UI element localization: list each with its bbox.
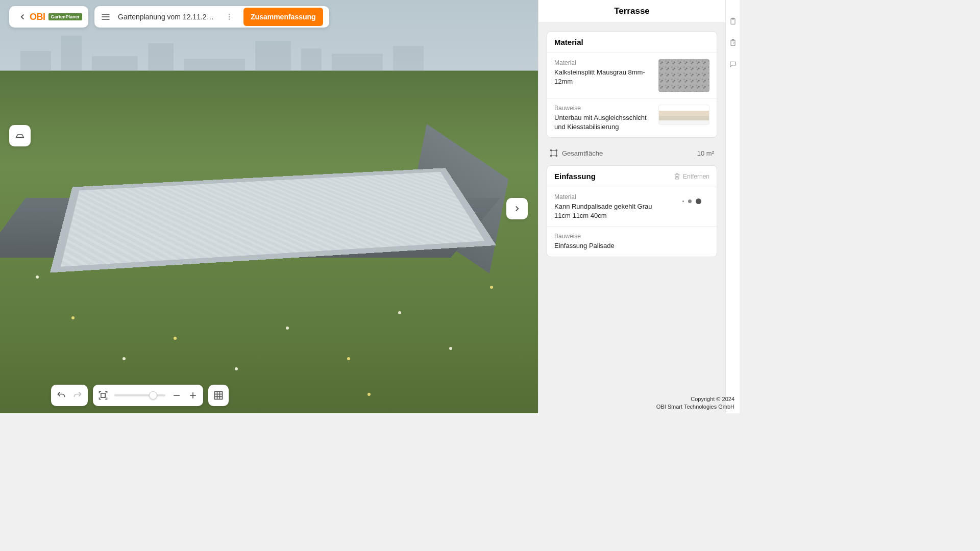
einfassung-card: Einfassung Entfernen Material Kann Rundp…	[547, 165, 717, 257]
project-options-button[interactable]	[222, 13, 236, 21]
icon-rail	[725, 0, 740, 413]
einfassung-thumbnail	[674, 193, 709, 209]
material-label: Material	[554, 59, 652, 66]
skyline-decor	[0, 31, 538, 71]
einfassung-bauweise-value: Einfassung Palisade	[554, 241, 709, 251]
material-thumbnail	[658, 59, 709, 92]
rail-clipboard-icon[interactable]	[729, 17, 737, 26]
einfassung-material-row[interactable]: Material Kann Rundpalisade gekehlt Grau …	[547, 187, 717, 227]
bauweise-thumbnail	[658, 105, 709, 125]
area-row: Gesamtfläche 10 m²	[538, 146, 725, 157]
area-value: 10 m²	[697, 149, 714, 157]
material-row[interactable]: Material Kalksteinsplitt Mausgrau 8mm-12…	[547, 53, 717, 98]
area-label: Gesamtfläche	[562, 149, 603, 157]
next-button[interactable]	[506, 198, 528, 219]
svg-point-3	[229, 14, 230, 15]
einfassung-material-label: Material	[554, 193, 668, 201]
logo-planner-badge: GartenPlaner	[48, 13, 83, 20]
einfassung-material-value: Kann Rundpalisade gekehlt Grau 11cm 11cm…	[554, 202, 668, 220]
svg-point-18	[556, 149, 557, 151]
grid-toggle-button[interactable]	[213, 390, 224, 400]
viewport-3d[interactable]	[0, 0, 538, 413]
svg-point-20	[556, 155, 557, 157]
svg-rect-7	[101, 393, 105, 397]
material-card: Material Material Kalksteinsplitt Mausgr…	[547, 31, 717, 138]
einfassung-bauweise-label: Bauweise	[554, 233, 709, 240]
back-button[interactable]	[15, 12, 30, 21]
zoom-slider[interactable]	[114, 394, 165, 396]
bauweise-row[interactable]: Bauweise Unterbau mit Ausgleichsschicht …	[547, 98, 717, 137]
undo-button[interactable]	[56, 390, 66, 400]
material-card-header: Material	[547, 32, 717, 53]
rail-chat-icon[interactable]	[729, 60, 737, 68]
einfassung-title: Einfassung	[554, 172, 596, 181]
properties-panel: Terrasse Material Material Kalksteinspli…	[538, 0, 725, 413]
menu-button[interactable]	[101, 12, 111, 22]
zoom-thumb[interactable]	[149, 391, 157, 399]
einfassung-bauweise-row[interactable]: Bauweise Einfassung Palisade	[547, 227, 717, 257]
bauweise-label: Bauweise	[554, 105, 652, 112]
view-mode-button[interactable]	[9, 125, 31, 146]
fit-view-button[interactable]	[98, 390, 108, 400]
redo-button[interactable]	[72, 390, 83, 400]
summary-button[interactable]: Zusammenfassung	[243, 8, 323, 26]
panel-title: Terrasse	[538, 0, 725, 23]
zoom-out-button[interactable]	[172, 390, 182, 400]
logo-obi: OBI	[30, 12, 45, 22]
svg-rect-16	[551, 151, 557, 156]
copyright: Copyright © 2024 OBI Smart Technologies …	[656, 395, 734, 410]
remove-einfassung-button[interactable]: Entfernen	[674, 173, 709, 180]
bauweise-value: Unterbau mit Ausgleichsschicht und Kiess…	[554, 113, 652, 131]
svg-point-5	[229, 18, 230, 19]
material-value: Kalksteinsplitt Mausgrau 8mm-12mm	[554, 68, 652, 86]
svg-point-17	[550, 149, 552, 151]
logo-pill: OBI GartenPlaner	[9, 6, 88, 28]
area-icon	[550, 149, 558, 157]
rail-notes-icon[interactable]	[729, 39, 737, 47]
bottom-controls	[51, 385, 229, 406]
zoom-in-button[interactable]	[188, 390, 198, 400]
trash-icon	[674, 173, 680, 180]
project-pill: Gartenplanung vom 12.11.2024 1... Zusamm…	[94, 6, 329, 28]
svg-point-19	[550, 155, 552, 157]
svg-point-4	[229, 16, 230, 17]
svg-rect-11	[215, 392, 223, 399]
project-title[interactable]: Gartenplanung vom 12.11.2024 1...	[118, 13, 215, 21]
